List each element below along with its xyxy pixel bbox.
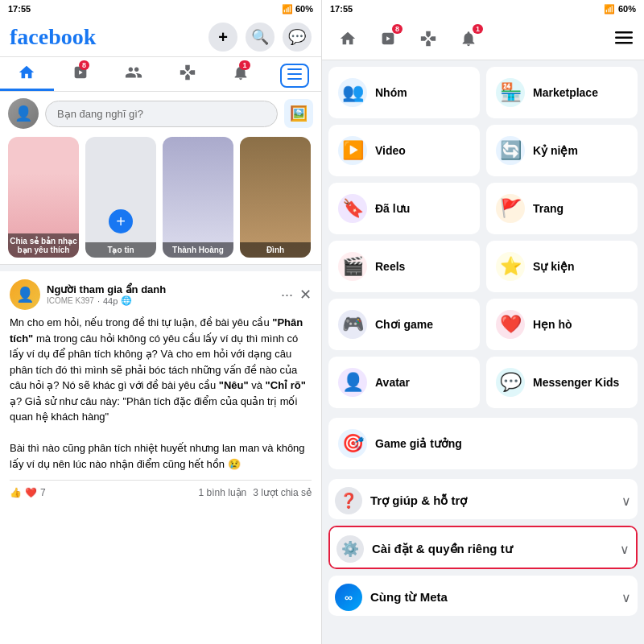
story-dinh[interactable]: Đình [240, 137, 311, 258]
avatar-label: Avatar [375, 376, 410, 389]
video-label: Video [375, 144, 406, 157]
rnav-gaming[interactable] [414, 24, 443, 53]
menu-scroll[interactable]: 👥 Nhóm 🏪 Marketplace ▶️ Video 🔄 Kỷ niệm … [322, 60, 644, 644]
messenger-button[interactable]: 💬 [283, 23, 312, 52]
nav-home[interactable] [0, 57, 54, 91]
menu-game-gia-tuong[interactable]: 🎯 Game giả tưởng [328, 418, 638, 469]
create-story-btn[interactable]: + [109, 209, 133, 233]
left-panel: 17:55 📶 60% facebook + 🔍 💬 8 [0, 0, 322, 644]
post-text: Mn cho em hỏi, nếu trong đề thi tự luận,… [10, 315, 312, 472]
hen-ho-icon: ❤️ [496, 310, 525, 339]
post-stats: 1 bình luận 3 lượt chia sẻ [199, 487, 312, 498]
messenger-icon: 💬 [288, 28, 306, 46]
trang-icon: 🚩 [496, 194, 525, 223]
nav-watch[interactable]: 8 [54, 57, 108, 91]
cai-dat-chevron: ∨ [620, 542, 630, 557]
facebook-header: facebook + 🔍 💬 [0, 18, 321, 57]
section-cung-tu-meta[interactable]: ∞ Cùng từ Meta ∨ [328, 576, 638, 616]
post-footer: 👍 ❤️ 7 1 bình luận 3 lượt chia sẻ [10, 480, 312, 498]
marketplace-label: Marketplace [533, 86, 598, 99]
cai-dat-icon: ⚙️ [336, 535, 364, 563]
menu-reels[interactable]: 🎬 Reels [328, 241, 480, 292]
menu-avatar[interactable]: 👤 Avatar [328, 357, 480, 408]
nav-notifications[interactable]: 1 [214, 57, 268, 91]
tro-giup-header-left: ❓ Trợ giúp & hỗ trợ [335, 487, 467, 514]
cung-tu-meta-left: ∞ Cùng từ Meta [335, 584, 448, 611]
signal-icon: 📶 [282, 4, 293, 14]
right-nav-icons: 8 1 [333, 24, 483, 53]
privacy-icon: 🌐 [121, 295, 132, 306]
menu-hen-ho[interactable]: ❤️ Hẹn hò [486, 299, 638, 350]
nav-menu[interactable] [268, 57, 322, 91]
three-dots-button[interactable]: ··· [281, 287, 293, 303]
nav-friends[interactable] [107, 57, 161, 91]
nav-gaming[interactable] [161, 57, 215, 91]
cung-tu-meta-title: Cùng từ Meta [370, 590, 448, 605]
reaction-heart-icon: ❤️ [25, 487, 37, 498]
post-shares[interactable]: 3 lượt chia sẻ [253, 487, 312, 498]
search-icon: 🔍 [251, 28, 269, 46]
search-button[interactable]: 🔍 [246, 23, 275, 52]
choi-game-label: Chơi game [375, 318, 433, 331]
nhom-label: Nhóm [375, 86, 407, 99]
rnav-watch-badge: 8 [392, 24, 402, 34]
section-cai-dat[interactable]: ⚙️ Cài đặt & quyền riêng tư ∨ [330, 527, 636, 568]
watch-badge: 8 [79, 60, 89, 70]
post-header: 👤 Người tham gia ẩn danh ICOME K397 · 44… [10, 279, 312, 310]
menu-video[interactable]: ▶️ Video [328, 125, 480, 176]
nhom-icon: 👥 [338, 78, 367, 107]
menu-trang[interactable]: 🚩 Trang [486, 183, 638, 234]
post-author-avatar: 👤 [10, 279, 40, 310]
post-box: 👤 Bạn đang nghĩ gì? 🖼️ [8, 98, 313, 129]
menu-nhom[interactable]: 👥 Nhóm [328, 67, 480, 118]
messenger-kids-icon: 💬 [496, 368, 525, 397]
rnav-watch[interactable]: 8 [374, 24, 402, 53]
post-input[interactable]: Bạn đang nghĩ gì? [45, 101, 278, 127]
menu-messenger-kids[interactable]: 💬 Messenger Kids [486, 357, 638, 408]
post-comments[interactable]: 1 bình luận [199, 487, 247, 498]
notification-badge: 1 [239, 60, 250, 70]
da-luu-label: Đã lưu [375, 202, 410, 215]
menu-marketplace[interactable]: 🏪 Marketplace [486, 67, 638, 118]
menu-su-kien[interactable]: ⭐ Sự kiện [486, 241, 638, 292]
section-tro-giup[interactable]: ❓ Trợ giúp & hỗ trợ ∨ [328, 479, 638, 519]
avatar-icon: 👤 [338, 368, 367, 397]
post-reactions: 👍 ❤️ 7 [10, 487, 46, 498]
ky-niem-label: Kỷ niệm [533, 144, 578, 157]
tro-giup-title: Trợ giúp & hỗ trợ [370, 493, 467, 508]
da-luu-icon: 🔖 [338, 194, 367, 223]
stories-row: Chia sẻ bản nhạc bạn yêu thích + Tạo tin… [8, 137, 313, 258]
battery-left: 60% [295, 4, 313, 14]
game-gia-tuong-label: Game giả tưởng [375, 437, 462, 450]
post-author-name: Người tham gia ẩn danh [47, 283, 166, 295]
user-avatar: 👤 [8, 98, 39, 129]
cung-tu-meta-chevron: ∨ [621, 590, 631, 605]
story-label-thanh: Thành Hoàng [163, 242, 233, 258]
right-status-bar: 17:55 📶 60% [322, 0, 644, 18]
hen-ho-label: Hẹn hò [533, 318, 572, 331]
su-kien-icon: ⭐ [496, 252, 525, 281]
rnav-home[interactable] [333, 24, 362, 53]
right-status-icons: 📶 60% [604, 4, 636, 14]
trang-label: Trang [533, 202, 564, 215]
story-label-music: Chia sẻ bản nhạc bạn yêu thích [8, 233, 79, 258]
menu-da-luu[interactable]: 🔖 Đã lưu [328, 183, 480, 234]
status-icons-left: 📶 60% [282, 4, 313, 14]
close-post-button[interactable]: ✕ [299, 286, 312, 303]
menu-choi-game[interactable]: 🎮 Chơi game [328, 299, 480, 350]
story-thanh-hoang[interactable]: Thành Hoàng [163, 137, 233, 258]
reels-icon: 🎬 [338, 252, 367, 281]
rnav-notifications[interactable]: 1 [454, 24, 483, 53]
marketplace-icon: 🏪 [496, 78, 525, 107]
right-menu-button[interactable] [615, 28, 633, 49]
facebook-logo: facebook [10, 24, 96, 50]
story-create[interactable]: + Tạo tin [85, 137, 156, 258]
game-gia-tuong-icon: 🎯 [338, 429, 367, 458]
add-button[interactable]: + [208, 23, 237, 52]
post-author-info: 👤 Người tham gia ẩn danh ICOME K397 · 44… [10, 279, 166, 310]
story-music[interactable]: Chia sẻ bản nhạc bạn yêu thích [8, 137, 79, 258]
right-panel: 17:55 📶 60% 8 1 [322, 0, 644, 644]
photo-icon[interactable]: 🖼️ [284, 99, 313, 128]
menu-ky-niem[interactable]: 🔄 Kỷ niệm [486, 125, 638, 176]
status-time-left: 17:55 [8, 4, 31, 14]
